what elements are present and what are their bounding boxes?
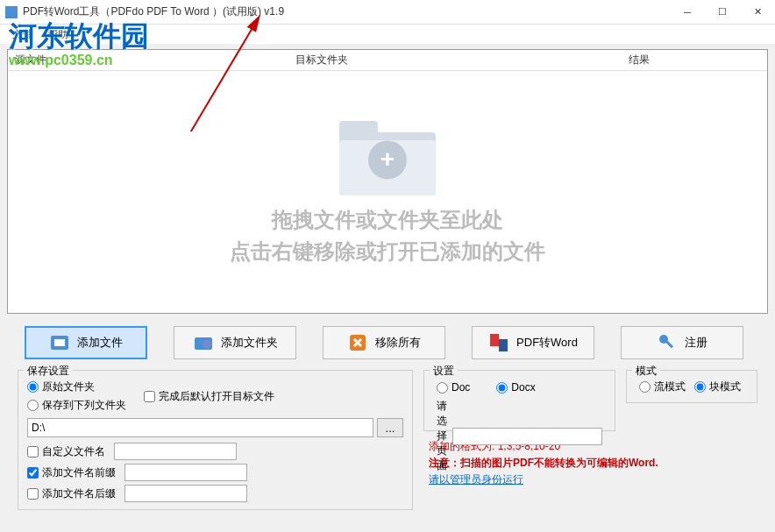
table-header: 源文件 目标文件夹 结果: [8, 50, 767, 71]
svg-rect-4: [54, 339, 65, 346]
browse-button[interactable]: ...: [377, 418, 403, 437]
check-prefix[interactable]: 添加文件名前缀: [27, 465, 116, 480]
remove-all-button[interactable]: 移除所有: [323, 326, 445, 359]
page-select-label: 请选择页面: [437, 399, 447, 473]
radio-docx[interactable]: Docx: [496, 381, 535, 394]
add-file-icon: [49, 332, 70, 353]
svg-rect-11: [665, 340, 673, 348]
path-input[interactable]: [27, 418, 373, 437]
check-autoopen[interactable]: 完成后默认打开目标文件: [144, 389, 274, 404]
radio-block-mode[interactable]: 块模式: [694, 379, 741, 394]
prefix-input[interactable]: [124, 464, 247, 481]
close-button[interactable]: ✕: [740, 0, 775, 25]
add-file-button[interactable]: 添加文件: [25, 326, 147, 359]
toolbar: 添加文件 添加文件夹 移除所有 PDF转Word 注册: [0, 319, 775, 366]
menubar: 文件 帮助: [0, 25, 775, 44]
mode-settings-group: 模式 流模式 块模式: [626, 370, 757, 403]
window-title: PDF转Word工具（PDFdo PDF To Word ）(试用版) v1.9: [23, 4, 670, 19]
drop-hint: 拖拽文件或文件夹至此处 点击右键移除或打开已添加的文件: [230, 204, 545, 267]
convert-icon: [488, 332, 509, 353]
add-folder-icon: [193, 332, 214, 353]
app-icon: [5, 6, 18, 18]
radio-original-folder[interactable]: 原始文件夹: [27, 379, 126, 394]
menu-file[interactable]: 文件: [5, 25, 40, 44]
folder-plus-icon: +: [339, 117, 436, 195]
titlebar: PDF转Word工具（PDFdo PDF To Word ）(试用版) v1.9…: [0, 0, 775, 25]
check-custom-name[interactable]: 自定义文件名: [27, 444, 105, 459]
menu-help[interactable]: 帮助: [40, 25, 75, 44]
svg-point-6: [203, 340, 211, 349]
save-settings-group: 保存设置 原始文件夹 保存到下列文件夹 完成后默认打开目标文件 ...: [18, 370, 413, 510]
col-source: 源文件: [8, 53, 288, 67]
convert-button[interactable]: PDF转Word: [472, 326, 594, 359]
admin-link[interactable]: 请以管理员身份运行: [429, 472, 752, 488]
custom-name-input[interactable]: [114, 443, 237, 460]
key-icon: [657, 332, 678, 353]
suffix-input[interactable]: [124, 485, 247, 502]
radio-stream-mode[interactable]: 流模式: [639, 379, 686, 394]
radio-doc[interactable]: Doc: [437, 381, 470, 394]
minimize-button[interactable]: ─: [670, 0, 705, 25]
svg-rect-9: [499, 339, 508, 351]
page-range-input[interactable]: [452, 428, 602, 445]
svg-rect-8: [490, 334, 499, 346]
save-settings-title: 保存设置: [24, 364, 73, 379]
col-result: 结果: [622, 53, 767, 67]
check-suffix[interactable]: 添加文件名后缀: [27, 486, 116, 501]
drop-zone[interactable]: + 拖拽文件或文件夹至此处 点击右键移除或打开已添加的文件: [8, 71, 767, 313]
add-folder-button[interactable]: 添加文件夹: [174, 326, 296, 359]
radio-custom-folder[interactable]: 保存到下列文件夹: [27, 398, 126, 413]
register-button[interactable]: 注册: [621, 326, 743, 359]
remove-icon: [347, 332, 368, 353]
format-settings-group: 设置 Doc Docx 请选择页面: [423, 370, 615, 431]
col-target: 目标文件夹: [288, 53, 622, 67]
maximize-button[interactable]: ☐: [705, 0, 740, 25]
mode-title: 模式: [632, 364, 660, 379]
settings-title: 设置: [430, 364, 458, 379]
file-list-area[interactable]: 源文件 目标文件夹 结果 + 拖拽文件或文件夹至此处 点击右键移除或打开已添加的…: [7, 49, 768, 314]
